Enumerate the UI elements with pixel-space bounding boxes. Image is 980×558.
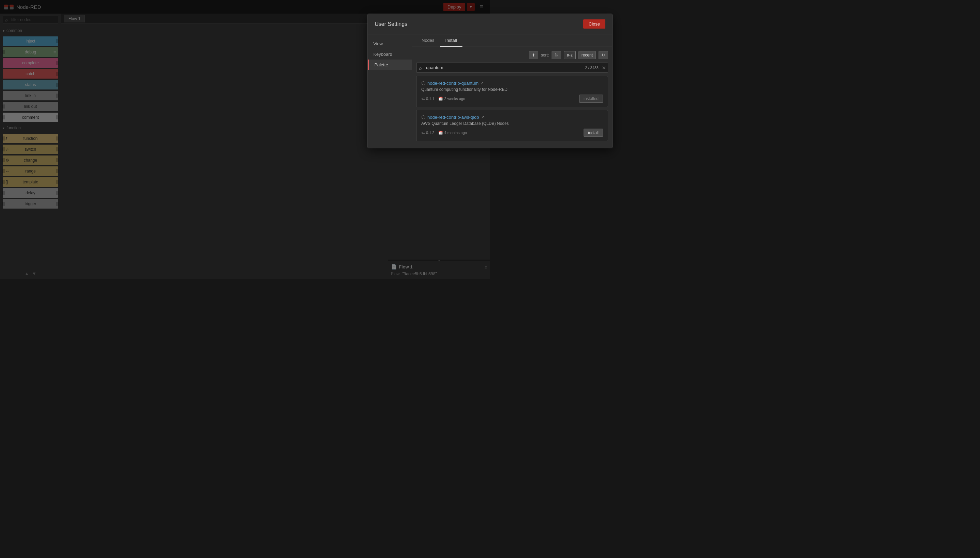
date-text-quantum: 2 weeks ago	[444, 97, 465, 101]
modal-tab-nodes[interactable]: Nodes	[416, 34, 440, 47]
modal-header: User Settings Close	[368, 14, 490, 34]
package-icon-qldb: ⬡	[421, 114, 425, 120]
modal-title: User Settings	[375, 21, 407, 27]
package-date-quantum: 📅 2 weeks ago	[438, 97, 465, 101]
package-icon-quantum: ⬡	[421, 80, 425, 86]
package-name-row-qldb: ⬡ node-red-contrib-aws-qldb ↗	[421, 114, 490, 120]
tag-icon-qldb: 🏷	[421, 131, 425, 135]
modal-sidebar-view[interactable]: View	[368, 38, 412, 49]
version-text-qldb: 0.1.2	[426, 131, 434, 135]
modal-main-content: Nodes Install ⬆ sort: ⇅ a-z recen	[412, 34, 490, 148]
package-name-quantum[interactable]: node-red-contrib-quantum	[427, 80, 478, 86]
modal-sidebar-palette[interactable]: Palette	[368, 59, 412, 70]
tag-icon: 🏷	[421, 97, 425, 101]
user-settings-modal: User Settings Close View Keyboard Palett…	[368, 14, 490, 148]
modal-body: View Keyboard Palette Nodes Install ⬆ so	[368, 34, 490, 148]
package-name-row-quantum: ⬡ node-red-contrib-quantum ↗	[421, 80, 490, 86]
package-date-qldb: 📅 4 months ago	[438, 131, 467, 135]
package-desc-qldb: AWS Quantum Ledger Database (QLDB) Nodes	[421, 121, 490, 126]
package-card-qldb: ⬡ node-red-contrib-aws-qldb ↗ AWS Quantu…	[416, 110, 490, 141]
install-toolbar: ⬆ sort: ⇅ a-z recent ↻	[416, 51, 490, 59]
install-search-bar: 2 / 3433 ✕	[416, 62, 490, 72]
package-desc-quantum: Quantum computing functionality for Node…	[421, 87, 490, 92]
modal-overlay[interactable]: User Settings Close View Keyboard Palett…	[0, 0, 490, 279]
package-name-qldb[interactable]: node-red-contrib-aws-qldb	[427, 115, 479, 120]
package-meta-qldb: 🏷 0.1.2 📅 4 months ago install	[421, 129, 490, 137]
package-version-qldb: 🏷 0.1.2	[421, 131, 434, 135]
modal-tabs: Nodes Install	[412, 34, 490, 47]
package-ext-link-quantum[interactable]: ↗	[481, 81, 484, 85]
package-card-quantum: ⬡ node-red-contrib-quantum ↗ Quantum com…	[416, 76, 490, 107]
modal-install-content: ⬆ sort: ⇅ a-z recent ↻	[412, 47, 490, 148]
calendar-icon-qldb: 📅	[438, 131, 443, 135]
package-meta-quantum: 🏷 0.1.1 📅 2 weeks ago installed	[421, 95, 490, 103]
date-text-qldb: 4 months ago	[444, 131, 467, 135]
modal-tab-install[interactable]: Install	[440, 34, 463, 47]
package-version-quantum: 🏷 0.1.1	[421, 97, 434, 101]
modal-sidebar: View Keyboard Palette	[368, 34, 412, 148]
package-ext-link-qldb[interactable]: ↗	[481, 115, 484, 120]
modal-sidebar-keyboard[interactable]: Keyboard	[368, 49, 412, 59]
calendar-icon: 📅	[438, 97, 443, 101]
version-text-quantum: 0.1.1	[426, 97, 434, 101]
package-search-input[interactable]	[416, 62, 490, 72]
